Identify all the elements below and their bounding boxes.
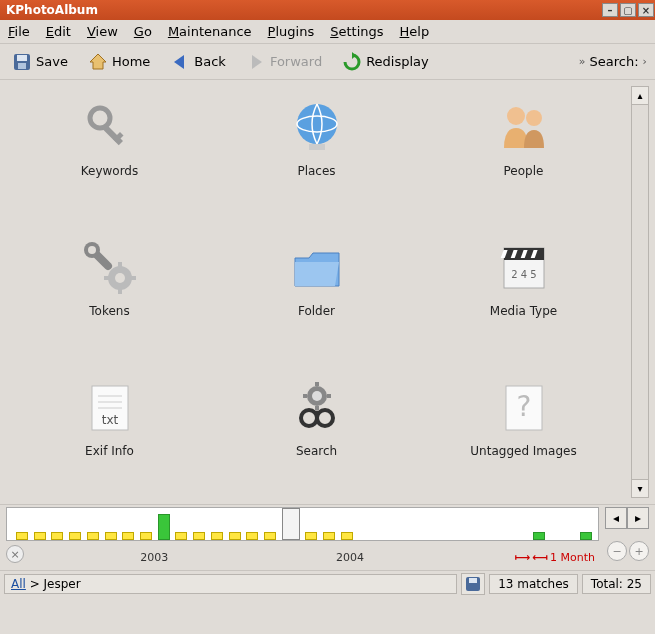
zoom-in-button[interactable]: + [629, 541, 649, 561]
scroll-down-button[interactable]: ▾ [632, 479, 648, 497]
timeline-nav: ◂ ▸ [605, 507, 649, 529]
category-places[interactable]: Places [213, 96, 420, 236]
search-expander[interactable]: » Search: › [579, 54, 647, 69]
svg-marker-6 [352, 52, 356, 59]
timeline-bar [211, 532, 223, 540]
zoom-out-button[interactable]: − [607, 541, 627, 561]
home-icon [88, 52, 108, 72]
svg-marker-4 [174, 55, 184, 69]
save-label: Save [36, 54, 68, 69]
home-label: Home [112, 54, 150, 69]
refresh-icon [342, 52, 362, 72]
timeline-bar [69, 532, 81, 540]
minimize-button[interactable]: – [602, 3, 618, 17]
timeline-zoom: − + [607, 541, 649, 561]
window-title: KPhotoAlbum [6, 3, 98, 17]
category-untagged[interactable]: ?Untagged Images [420, 376, 627, 516]
main-area: KeywordsPlacesPeopleTokensFolder2 4 5Med… [0, 80, 655, 504]
timeline-bar [158, 514, 170, 540]
window-titlebar: KPhotoAlbum – ▢ × [0, 0, 655, 20]
timeline-next-button[interactable]: ▸ [627, 507, 649, 529]
wrench-gear-icon [78, 236, 142, 300]
timeline-axis: 2003 2004 ⟼⟻ 1 Month [6, 541, 599, 569]
svg-rect-2 [18, 63, 26, 69]
menu-help[interactable]: Help [400, 24, 430, 39]
svg-rect-18 [118, 288, 122, 294]
breadcrumb-root[interactable]: All [11, 577, 26, 591]
status-save-button[interactable] [461, 573, 485, 595]
menu-settings[interactable]: Settings [330, 24, 383, 39]
redisplay-button[interactable]: Redisplay [338, 50, 433, 74]
people-icon [492, 96, 556, 160]
menu-maintenance[interactable]: Maintenance [168, 24, 252, 39]
forward-arrow-icon [246, 52, 266, 72]
svg-rect-37 [315, 382, 319, 386]
menu-file[interactable]: File [8, 24, 30, 39]
close-button[interactable]: × [638, 3, 654, 17]
floppy-icon [465, 576, 481, 592]
category-label: Places [297, 164, 335, 178]
svg-point-22 [88, 246, 96, 254]
timeline-histogram[interactable] [6, 507, 599, 541]
svg-point-16 [115, 273, 125, 283]
maximize-button[interactable]: ▢ [620, 3, 636, 17]
svg-marker-5 [252, 55, 262, 69]
keys-icon [78, 96, 142, 160]
menu-plugins[interactable]: Plugins [268, 24, 315, 39]
category-label: Folder [298, 304, 335, 318]
category-search[interactable]: Search [213, 376, 420, 516]
menu-bar: File Edit View Go Maintenance Plugins Se… [0, 20, 655, 44]
scroll-track[interactable] [632, 105, 648, 479]
svg-rect-46 [469, 578, 477, 583]
back-button[interactable]: Back [166, 50, 230, 74]
category-keywords[interactable]: Keywords [6, 96, 213, 236]
vertical-scrollbar[interactable]: ▴ ▾ [631, 86, 649, 498]
scroll-up-button[interactable]: ▴ [632, 87, 648, 105]
back-arrow-icon [170, 52, 190, 72]
search-icon [285, 376, 349, 440]
svg-text:?: ? [516, 390, 531, 423]
timeline-bar [323, 532, 335, 540]
category-label: People [504, 164, 544, 178]
chevron-right-icon: › [643, 55, 647, 68]
category-tokens[interactable]: Tokens [6, 236, 213, 376]
category-label: Keywords [81, 164, 139, 178]
save-button[interactable]: Save [8, 50, 72, 74]
svg-text:2 4 5: 2 4 5 [511, 269, 536, 280]
category-label: Search [296, 444, 337, 458]
home-button[interactable]: Home [84, 50, 154, 74]
menu-view[interactable]: View [87, 24, 118, 39]
category-folder[interactable]: Folder [213, 236, 420, 376]
timeline-bar [246, 532, 258, 540]
svg-rect-39 [303, 394, 307, 398]
svg-point-14 [526, 110, 542, 126]
timeline-prev-button[interactable]: ◂ [605, 507, 627, 529]
timeline-bar [87, 532, 99, 540]
folder-icon [285, 236, 349, 300]
svg-rect-19 [104, 276, 110, 280]
category-exif[interactable]: txtExif Info [6, 376, 213, 516]
category-people[interactable]: People [420, 96, 627, 236]
svg-rect-1 [17, 55, 27, 61]
menu-edit[interactable]: Edit [46, 24, 71, 39]
svg-rect-40 [327, 394, 331, 398]
back-label: Back [194, 54, 226, 69]
timeline-selector[interactable] [282, 508, 300, 540]
category-mediatype[interactable]: 2 4 5Media Type [420, 236, 627, 376]
menu-go[interactable]: Go [134, 24, 152, 39]
timeline-bar [229, 532, 241, 540]
redisplay-label: Redisplay [366, 54, 429, 69]
timeline-range-label: ⟼⟻ 1 Month [514, 551, 595, 564]
category-label: Tokens [89, 304, 129, 318]
forward-button: Forward [242, 50, 326, 74]
timeline-bar [305, 532, 317, 540]
timeline-bar [264, 532, 276, 540]
timeline-bar [105, 532, 117, 540]
globe-icon [285, 96, 349, 160]
timeline-bar [16, 532, 28, 540]
breadcrumb: All > Jesper [4, 574, 457, 594]
svg-rect-12 [309, 144, 325, 150]
category-label: Media Type [490, 304, 557, 318]
timeline-bar [122, 532, 134, 540]
timeline-bar [34, 532, 46, 540]
